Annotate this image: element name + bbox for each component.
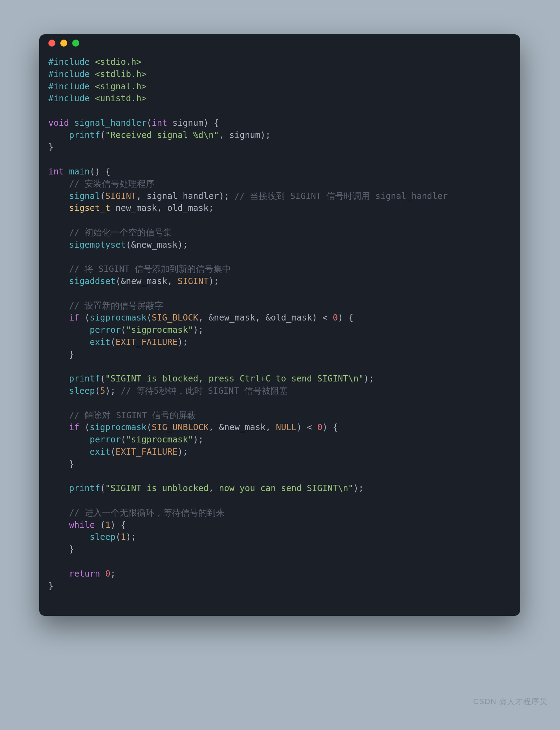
amp: & — [209, 312, 214, 323]
kw-void: void — [48, 118, 69, 128]
fn-exit: exit — [90, 447, 110, 457]
kw-int: int — [152, 118, 167, 128]
fn-perror: perror — [90, 434, 121, 445]
indent — [48, 434, 90, 445]
ident: new_mask — [126, 276, 167, 286]
comma: , — [136, 191, 147, 201]
indent — [48, 483, 69, 493]
amp: & — [266, 312, 271, 323]
paren: ( — [100, 130, 105, 140]
fn-printf: printf — [69, 373, 100, 384]
string-literal: "Received signal %d\n" — [105, 130, 219, 140]
paren: ( — [100, 373, 105, 384]
include-path: <stdlib.h> — [90, 69, 146, 79]
paren-semi: ); — [260, 130, 271, 140]
fn-signal: signal — [69, 191, 100, 201]
var-decl: new_mask, old_mask; — [110, 203, 214, 213]
num-zero: 0 — [333, 312, 338, 323]
num-zero: 0 — [105, 569, 110, 579]
zoom-icon[interactable] — [72, 40, 79, 47]
fn-signal-handler: signal_handler — [69, 118, 146, 128]
paren-brace: ) { — [110, 520, 126, 530]
paren: ( — [121, 325, 126, 335]
num-1: 1 — [105, 520, 110, 530]
minimize-icon[interactable] — [60, 40, 67, 47]
kw-return: return — [69, 569, 105, 579]
window-titlebar — [39, 34, 520, 52]
indent — [48, 544, 69, 554]
const-exit-failure: EXIT_FAILURE — [116, 337, 178, 347]
preproc-directive: #include — [48, 69, 90, 79]
ident: new_mask — [136, 240, 178, 250]
watermark-text: CSDN @人才程序员 — [473, 696, 547, 707]
paren: ( — [146, 312, 152, 323]
ident-signum: signum — [229, 130, 260, 140]
comment: // 初始化一个空的信号集 — [69, 227, 172, 237]
ident: old_mask — [271, 312, 312, 323]
close-icon[interactable] — [48, 40, 55, 47]
indent — [48, 569, 69, 579]
paren-semi: ); — [364, 373, 374, 384]
comma: , — [167, 276, 178, 286]
code-block: #include <stdio.h> #include <stdlib.h> #… — [39, 52, 520, 602]
indent — [48, 325, 90, 335]
num-5: 5 — [100, 386, 105, 396]
brace-close: } — [69, 544, 74, 554]
indent — [48, 349, 69, 359]
comment: // 设置新的信号屏蔽字 — [69, 301, 163, 311]
indent — [48, 276, 69, 286]
comma: , — [219, 130, 230, 140]
op-lt: ) < — [296, 422, 317, 432]
paren-brace: ) { — [204, 118, 219, 128]
comment: // 进入一个无限循环，等待信号的到来 — [69, 508, 225, 518]
paren: ( — [146, 118, 152, 128]
param-signum: signum — [167, 118, 203, 128]
indent — [48, 532, 90, 542]
kw-if: if — [69, 312, 84, 323]
fn-printf: printf — [69, 483, 100, 493]
paren-brace: () { — [90, 166, 110, 177]
brace-close: } — [48, 142, 54, 152]
paren-semi: ); — [193, 325, 204, 335]
comma: , — [209, 422, 219, 432]
indent — [48, 386, 69, 396]
preproc-directive: #include — [48, 81, 90, 91]
num-zero: 0 — [317, 422, 322, 432]
indent — [48, 130, 69, 140]
indent — [48, 264, 69, 274]
op-lt: ) < — [312, 312, 333, 323]
fn-printf: printf — [69, 130, 100, 140]
paren-semi: ); — [193, 434, 204, 445]
num-1: 1 — [121, 532, 126, 542]
type-sigset: sigset_t — [69, 203, 110, 213]
preproc-directive: #include — [48, 57, 90, 67]
fn-exit: exit — [90, 337, 110, 347]
amp: & — [219, 422, 224, 432]
include-path: <stdio.h> — [90, 57, 142, 67]
brace-close: } — [69, 349, 74, 359]
indent — [48, 508, 69, 518]
indent — [48, 373, 69, 384]
paren-brace: ) { — [322, 422, 338, 432]
indent — [48, 337, 90, 347]
string-literal: "SIGINT is unblocked, now you can send S… — [105, 483, 353, 493]
indent — [48, 447, 90, 457]
paren-semi: ); — [209, 276, 219, 286]
paren: ( — [110, 447, 116, 457]
string-literal: "sigprocmask" — [126, 325, 193, 335]
brace-close: } — [48, 581, 54, 591]
const-sigint: SIGINT — [178, 276, 209, 286]
indent — [48, 191, 69, 201]
ident: new_mask — [224, 422, 266, 432]
indent — [48, 240, 69, 250]
brace-close: } — [69, 459, 74, 469]
indent — [48, 312, 69, 323]
indent — [48, 179, 69, 189]
kw-if: if — [69, 422, 84, 432]
const-sigunblock: SIG_UNBLOCK — [152, 422, 209, 432]
comma: , — [266, 422, 276, 432]
paren: ( — [116, 532, 121, 542]
kw-int: int — [48, 166, 64, 177]
amp: & — [121, 276, 126, 286]
string-literal: "SIGINT is blocked, press Ctrl+C to send… — [105, 373, 364, 384]
